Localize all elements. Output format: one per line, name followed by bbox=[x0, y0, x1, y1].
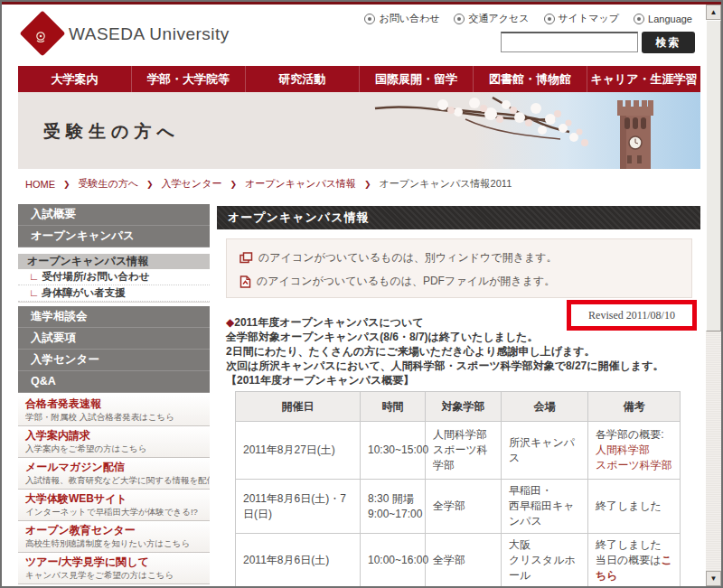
scroll-up-button[interactable]: ▲ bbox=[706, 5, 721, 20]
utility-link-sitemap[interactable]: サイトマップ bbox=[544, 12, 620, 25]
page-title: 受験生の方へ bbox=[43, 120, 180, 144]
utility-link-access[interactable]: 交通アクセス bbox=[454, 12, 529, 25]
breadcrumb-home[interactable]: HOME bbox=[25, 179, 55, 190]
breadcrumb-item[interactable]: 入学センター bbox=[162, 177, 222, 191]
banner-title: メールマガジン配信 bbox=[25, 460, 210, 474]
open-campus-table: 開催日 時間 対象学部 会場 備考 2011年8月27日(土) 10:30~15… bbox=[235, 391, 681, 588]
faculty-link[interactable]: スポーツ科学部 bbox=[596, 458, 672, 473]
sidebar-banner-open-education[interactable]: オープン教育センター 高校生特別聴講制度を知りたい方はこちら bbox=[18, 521, 210, 553]
notice-text: のアイコンがついているものは、PDFファイルが開きます。 bbox=[257, 274, 555, 289]
search-input[interactable] bbox=[501, 32, 638, 52]
intro-heading-text: 2011年度オープンキャンパスについて bbox=[234, 316, 423, 329]
elbow-icon: ∟ bbox=[29, 287, 39, 298]
nav-item-research[interactable]: 研究活動 bbox=[245, 66, 359, 92]
banner-subtitle: キャンパス見学をご希望の方はこちら bbox=[25, 569, 210, 581]
nav-item-career[interactable]: キャリア・生涯学習 bbox=[587, 66, 700, 92]
circle-arrow-icon bbox=[454, 14, 465, 24]
breadcrumb-item[interactable]: オープンキャンパス情報 bbox=[245, 177, 356, 191]
cell-notes: 各学部の概要: 人間科学部 スポーツ科学部 bbox=[588, 422, 681, 480]
sidebar-item-consultation[interactable]: 進学相談会 bbox=[18, 306, 210, 328]
chevron-right-icon: ❯ bbox=[364, 180, 371, 189]
clock-tower bbox=[617, 100, 653, 169]
table-caption: 【2011年度オープンキャンパス概要】 bbox=[226, 373, 696, 387]
table-row: 2011年8月6日(土)・7日(日) 8:30 開場 9:00~17:00 全学… bbox=[236, 480, 681, 534]
utility-link-label: お問い合わせ bbox=[379, 12, 439, 25]
sidebar-banner-webtrial[interactable]: 大学体験WEBサイト インターネットで早稲田大学が体験できる!? bbox=[18, 490, 210, 521]
cell-venue: 大阪 クリスタルホール bbox=[502, 534, 588, 588]
nav-item-library[interactable]: 図書館・博物館 bbox=[473, 66, 587, 92]
sidebar-item-reception[interactable]: ∟受付場所/お問い合わせ bbox=[18, 269, 210, 285]
banner-title: オープン教育センター bbox=[25, 523, 210, 537]
banner-title: ツアー/大学見学に関して bbox=[25, 555, 210, 569]
banner-subtitle: 高校生特別聴講制度を知りたい方はこちら bbox=[25, 537, 210, 549]
nav-item-schools[interactable]: 学部・大学院等 bbox=[131, 66, 245, 92]
sidebar-submenu: オープンキャンパス情報 ∟受付場所/お問い合わせ ∟身体障がい者支援 bbox=[18, 254, 210, 303]
breadcrumb-current: オープンキャンパス情報2011 bbox=[380, 177, 512, 191]
vertical-scrollbar[interactable]: ▲ ▼ bbox=[706, 5, 721, 586]
table-row: 2011年8月27日(土) 10:30~15:00 人間科学部 スポーツ科学部 … bbox=[236, 422, 681, 480]
sidebar-item-admission-center[interactable]: 入学センター bbox=[18, 350, 210, 371]
sidebar-item-admission-overview[interactable]: 入試概要 bbox=[18, 204, 210, 226]
cell-venue: 所沢キャンパス bbox=[502, 422, 588, 480]
col-header-time: 時間 bbox=[361, 392, 426, 422]
hero-banner: 受験生の方へ bbox=[18, 92, 700, 169]
sidebar-item-open-campus[interactable]: オープンキャンパス bbox=[18, 226, 210, 247]
sidebar-banner-request[interactable]: 入学案内請求 入学案内をご希望の方はこちら bbox=[18, 426, 210, 458]
scroll-down-button[interactable]: ▼ bbox=[706, 571, 721, 586]
diamond-bullet-icon: ◆ bbox=[226, 316, 234, 329]
banner-title: 入学案内請求 bbox=[25, 428, 210, 443]
cell-faculty: 全学部 bbox=[426, 534, 502, 588]
cell-date: 2011年8月6日(土)・7日(日) bbox=[236, 480, 361, 534]
scrollbar-thumb[interactable] bbox=[706, 20, 721, 331]
chevron-right-icon: ❯ bbox=[230, 180, 237, 189]
cell-notes: 終了しました 当日の概要はこちら bbox=[588, 534, 681, 588]
intro-line: 次回は所沢キャンパスにおいて、人間科学部・スポーツ科学部対象で8/27に開催しま… bbox=[226, 359, 696, 373]
sidebar-nav: 入試概要 オープンキャンパス オープンキャンパス情報 ∟受付場所/お問い合わせ … bbox=[18, 204, 210, 584]
breadcrumb: HOME ❯ 受験生の方へ ❯ 入学センター ❯ オープンキャンパス情報 ❯ オ… bbox=[25, 177, 512, 191]
intro-line: 2日間にわたり、たくさんの方にご来場いただき心より感謝申し上げます。 bbox=[226, 344, 696, 359]
sidebar-banner-results[interactable]: 合格者発表速報 学部・附属校 入試合格者発表はこちら bbox=[18, 395, 210, 426]
search-button[interactable]: 検索 bbox=[642, 32, 695, 53]
sidebar-item-qa[interactable]: Q&A bbox=[18, 371, 210, 393]
global-nav: 大学案内 学部・大学院等 研究活動 国際展開・留学 図書館・博物館 キャリア・生… bbox=[18, 66, 700, 92]
table-header-row: 開催日 時間 対象学部 会場 備考 bbox=[236, 392, 681, 422]
cell-date: 2011年8月6日(土) bbox=[236, 534, 361, 588]
col-header-venue: 会場 bbox=[502, 392, 588, 422]
banner-subtitle: 学部・附属校 入試合格者発表はこちら bbox=[25, 411, 210, 423]
nav-item-international[interactable]: 国際展開・留学 bbox=[359, 66, 473, 92]
banner-subtitle: 入学案内をご希望の方はこちら bbox=[25, 443, 210, 454]
circle-arrow-icon bbox=[544, 14, 555, 24]
revised-date-annotation: Revised 2011/08/10 bbox=[567, 300, 697, 331]
icon-notice-box: のアイコンがついているものは、別ウィンドウで開きます。 のアイコンがついているも… bbox=[226, 238, 692, 298]
sidebar-banner-tour[interactable]: ツアー/大学見学に関して キャンパス見学をご希望の方はこちら bbox=[18, 553, 210, 584]
nav-item-about[interactable]: 大学案内 bbox=[18, 66, 131, 92]
utility-link-label: サイトマップ bbox=[559, 12, 620, 25]
breadcrumb-item[interactable]: 受験生の方へ bbox=[79, 177, 139, 191]
cell-venue: 早稲田・ 西早稲田キャンパス bbox=[502, 480, 588, 534]
banner-title: 大学体験WEBサイト bbox=[25, 491, 210, 506]
cell-faculty: 人間科学部 スポーツ科学部 bbox=[426, 422, 502, 480]
sidebar-item-admission-guide[interactable]: 入試要項 bbox=[18, 328, 210, 350]
cell-time: 8:30 開場 9:00~17:00 bbox=[361, 480, 426, 534]
notice-text: のアイコンがついているものは、別ウィンドウで開きます。 bbox=[258, 250, 557, 266]
chevron-right-icon: ❯ bbox=[146, 180, 154, 189]
utility-link-label: Language bbox=[648, 14, 692, 24]
banner-subtitle: 入試情報、教育研究など大学に関する情報を配信します bbox=[25, 474, 210, 486]
intro-line: 全学部対象オープンキャンパス(8/6・8/7)は終了いたしました。 bbox=[226, 330, 696, 344]
brand-wordmark: WASEDA University bbox=[69, 24, 230, 44]
circle-arrow-icon bbox=[364, 14, 375, 24]
faculty-link[interactable]: 人間科学部 bbox=[596, 443, 672, 458]
circle-arrow-icon bbox=[634, 14, 644, 24]
cell-faculty: 全学部 bbox=[426, 480, 502, 534]
table-row: 2011年8月6日(土) 10:00~16:00 全学部 大阪 クリスタルホール… bbox=[236, 534, 681, 588]
col-header-date: 開催日 bbox=[236, 392, 361, 422]
utility-link-language[interactable]: Language bbox=[634, 14, 692, 24]
chevron-right-icon: ❯ bbox=[63, 180, 70, 189]
utility-links: お問い合わせ 交通アクセス サイトマップ Language bbox=[364, 12, 692, 25]
sidebar-item-disability-support[interactable]: ∟身体障がい者支援 bbox=[18, 285, 210, 302]
utility-link-contact[interactable]: お問い合わせ bbox=[364, 12, 439, 25]
sidebar-item-open-campus-info-current[interactable]: オープンキャンパス情報 bbox=[18, 254, 210, 269]
banner-title: 合格者発表速報 bbox=[25, 397, 210, 411]
sidebar-banner-mailmagazine[interactable]: メールマガジン配信 入試情報、教育研究など大学に関する情報を配信します bbox=[18, 458, 210, 490]
sidebar-item-label: 身体障がい者支援 bbox=[42, 287, 126, 298]
